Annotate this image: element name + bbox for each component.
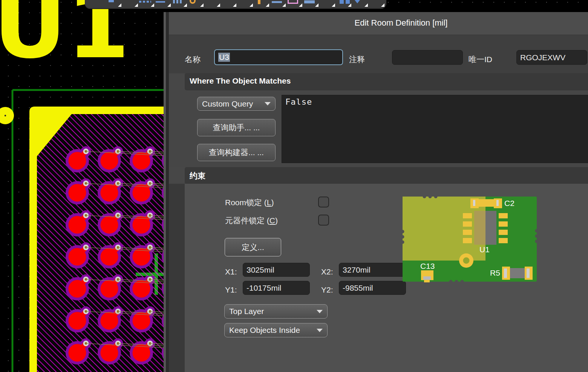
y1-value: -10175mil	[247, 284, 281, 293]
toolbar-dropdown-triangle-icon[interactable]	[381, 3, 384, 7]
toolbar-tool-icon	[258, 0, 260, 4]
room-preview-image: C2 U1 C13 R5	[402, 196, 537, 282]
query-type-dropdown[interactable]: Custom Query	[197, 97, 276, 111]
chevron-down-icon	[317, 310, 323, 313]
comment-label: 注释	[349, 54, 365, 65]
toolbar-dropdown-triangle-icon[interactable]	[250, 3, 253, 7]
constraints-section-header: 约束	[185, 167, 588, 184]
toolbar-dropdown-triangle-icon[interactable]	[315, 3, 318, 7]
toolbar-dropdown-triangle-icon[interactable]	[167, 3, 171, 7]
containment-value: Keep Objects Inside	[229, 326, 300, 335]
toolbar-tool-icon	[173, 0, 183, 3]
name-label: 名称	[185, 54, 201, 65]
define-button[interactable]: 定义...	[225, 238, 281, 256]
toolbar-dropdown-triangle-icon[interactable]	[332, 3, 335, 7]
dialog-edge-shadow	[166, 12, 169, 372]
y1-input[interactable]: -10175mil	[243, 281, 310, 295]
component-lock-checkbox[interactable]	[318, 215, 329, 226]
component-lock-label: 元器件锁定 (C)	[225, 215, 278, 226]
toolbar-dropdown-triangle-icon[interactable]	[233, 3, 236, 7]
preview-label-u1: U1	[479, 245, 490, 254]
matches-section-title: Where The Object Matches	[190, 76, 291, 85]
constraints-section-title: 约束	[190, 171, 205, 181]
unique-id-input[interactable]: RGOJEXWV	[516, 50, 587, 65]
toolbar-dropdown-triangle-icon[interactable]	[217, 3, 220, 7]
toolbar-tool-icon	[156, 1, 165, 3]
toolbar-dropdown-triangle-icon[interactable]	[266, 3, 269, 7]
matches-section-header: Where The Object Matches	[185, 73, 588, 90]
query-type-value: Custom Query	[202, 99, 253, 108]
toolbar-tool-icon	[355, 0, 360, 3]
layer-value: Top Layer	[229, 307, 264, 316]
preview-component-r5	[502, 267, 533, 280]
dialog-title: Edit Room Definition [mil]	[355, 18, 448, 28]
constraints-left-gutter	[169, 184, 185, 372]
room-lock-label-pre: Room锁定 (	[225, 198, 267, 207]
x2-value: 3270mil	[343, 265, 371, 274]
x1-value: 3025mil	[247, 265, 274, 274]
chevron-down-icon	[317, 329, 323, 332]
component-lock-hotkey: C	[270, 216, 275, 225]
silkscreen-designator-text: U1	[0, 0, 130, 79]
comment-input[interactable]	[392, 50, 463, 65]
containment-dropdown[interactable]: Keep Objects Inside	[224, 323, 328, 337]
dialog-titlebar[interactable]: Edit Room Definition [mil]	[169, 12, 588, 35]
toolbar-tool-icon	[340, 0, 344, 4]
y2-input[interactable]: -9855mil	[339, 281, 406, 295]
active-toolbar[interactable]	[85, 0, 386, 9]
query-text-area[interactable]: False	[282, 95, 588, 163]
toolbar-dropdown-triangle-icon[interactable]	[282, 3, 286, 7]
preview-via	[459, 253, 473, 268]
y1-label: Y1:	[225, 285, 237, 294]
toolbar-tool-icon	[272, 1, 282, 3]
component-lock-label-pre: 元器件锁定 (	[225, 216, 270, 225]
query-text: False	[285, 97, 312, 107]
component-lock-label-post: )	[275, 216, 278, 225]
define-button-label: 定义...	[242, 242, 264, 253]
toolbar-tool-icon	[139, 1, 151, 3]
room-lock-label: Room锁定 (L)	[225, 197, 274, 208]
room-lock-checkbox[interactable]	[318, 197, 329, 207]
unique-id-value: RGOJEXWV	[520, 53, 565, 62]
toolbar-tool-icon	[288, 0, 298, 4]
toolbar-tool-icon	[304, 0, 315, 3]
toolbar-dropdown-triangle-icon[interactable]	[135, 3, 138, 7]
x1-input[interactable]: 3025mil	[243, 263, 310, 277]
chevron-down-icon	[265, 102, 271, 105]
toolbar-dropdown-triangle-icon[interactable]	[118, 3, 121, 7]
preview-label-c2: C2	[504, 199, 514, 207]
name-input-selection: U3	[218, 53, 230, 62]
corner-pad-center	[5, 115, 6, 116]
query-helper-button[interactable]: 查询助手... ...	[197, 119, 276, 136]
query-builder-button[interactable]: 查询构建器... ...	[197, 144, 276, 161]
room-lock-label-post: )	[271, 198, 274, 207]
toolbar-dropdown-triangle-icon[interactable]	[200, 3, 204, 7]
x2-input[interactable]: 3270mil	[339, 263, 406, 277]
toolbar-dropdown-triangle-icon[interactable]	[184, 3, 187, 7]
preview-label-c13: C13	[420, 262, 435, 270]
toolbar-dropdown-triangle-icon[interactable]	[299, 3, 302, 7]
y2-label: Y2:	[321, 285, 333, 294]
y2-value: -9855mil	[343, 284, 373, 293]
toolbar-tool-icon	[109, 0, 114, 2]
toolbar-tool-icon	[346, 0, 350, 4]
toolbar-dropdown-triangle-icon[interactable]	[364, 3, 368, 7]
query-helper-label: 查询助手... ...	[213, 122, 260, 133]
name-input[interactable]: U3	[214, 49, 343, 65]
preview-label-r5: R5	[490, 268, 500, 277]
toolbar-tool-icon	[190, 0, 196, 4]
x1-label: X1:	[225, 267, 237, 276]
x2-label: X2:	[321, 267, 333, 276]
layer-dropdown[interactable]: Top Layer	[224, 304, 328, 319]
room-lock-hotkey: L	[267, 198, 271, 207]
query-builder-label: 查询构建器... ...	[209, 147, 264, 158]
toolbar-dropdown-triangle-icon[interactable]	[151, 3, 154, 7]
edit-room-definition-dialog: Edit Room Definition [mil] 名称 U3 注释 唯一ID…	[169, 12, 588, 372]
unique-id-label: 唯一ID	[469, 54, 492, 65]
toolbar-dropdown-triangle-icon[interactable]	[348, 3, 351, 7]
